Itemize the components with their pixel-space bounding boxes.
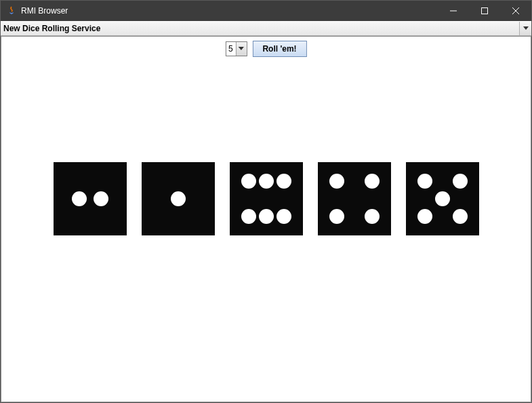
service-combobox-value: New Dice Rolling Service — [1, 22, 519, 35]
pip — [72, 191, 87, 206]
close-button[interactable] — [500, 1, 531, 21]
dice-row — [1, 162, 531, 235]
chevron-down-icon — [519, 22, 531, 35]
service-combobox[interactable]: New Dice Rolling Service — [1, 21, 531, 36]
pip — [453, 209, 468, 224]
die — [54, 162, 127, 235]
titlebar[interactable]: RMI Browser — [1, 1, 531, 21]
pip — [259, 209, 274, 224]
pip — [365, 209, 380, 224]
java-icon — [6, 5, 17, 16]
window-title: RMI Browser — [21, 6, 68, 16]
roll-button[interactable]: Roll 'em! — [252, 41, 306, 57]
pip — [277, 209, 291, 224]
app-window: RMI Browser New Dice Rolling Service 5 — [0, 0, 532, 403]
content-pane: 5 Roll 'em! — [1, 36, 531, 402]
dice-count-value: 5 — [226, 42, 235, 56]
maximize-button[interactable] — [469, 1, 500, 21]
svg-marker-5 — [239, 47, 244, 50]
svg-rect-1 — [482, 8, 488, 14]
chevron-down-icon — [235, 42, 246, 56]
pip — [277, 174, 291, 189]
window-controls — [438, 1, 531, 21]
die — [230, 162, 303, 235]
toolbar: 5 Roll 'em! — [225, 41, 306, 57]
dice-count-spinner[interactable]: 5 — [225, 41, 247, 56]
svg-marker-4 — [523, 26, 529, 30]
die — [318, 162, 391, 235]
pip — [435, 191, 450, 206]
pip — [417, 174, 432, 189]
pip — [365, 174, 380, 189]
pip — [171, 191, 186, 206]
pip — [329, 209, 344, 224]
pip — [329, 174, 344, 189]
pip — [241, 209, 256, 224]
minimize-button[interactable] — [438, 1, 469, 21]
pip — [94, 191, 108, 206]
die — [142, 162, 215, 235]
pip — [453, 174, 468, 189]
pip — [241, 174, 256, 189]
die — [406, 162, 479, 235]
pip — [259, 174, 274, 189]
pip — [417, 209, 432, 224]
